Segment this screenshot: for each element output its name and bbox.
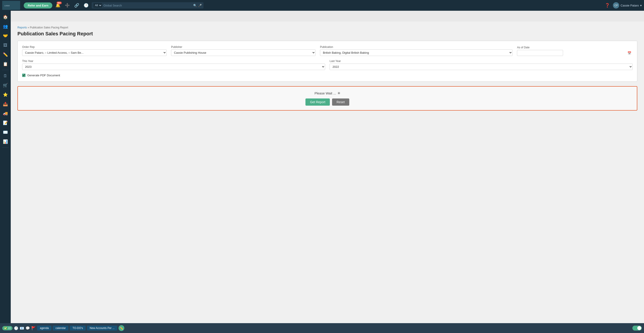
sidebar-item-edit[interactable]: ✏️ [1, 50, 10, 59]
help-icon[interactable]: ❓ [604, 2, 611, 9]
sidebar-item-reports[interactable]: 📋 [1, 60, 10, 69]
sidebar-item-contacts[interactable]: 👥 [1, 22, 10, 31]
taskbar-icon-chat[interactable]: 💬 [26, 326, 30, 330]
notifications-icon[interactable]: 🔔 99+ [54, 2, 62, 9]
notification-badge: 99+ [56, 2, 62, 4]
app-logo [2, 1, 20, 10]
breadcrumb-separator: » [28, 26, 30, 29]
chevron-down-icon: ▾ [640, 4, 642, 7]
as-of-date-group: As of Date 01/23/2023 📅 [517, 46, 632, 56]
main-content: Reports » Publication Sales Pacing Repor… [11, 22, 644, 326]
order-rep-label: Order Rep [22, 46, 166, 49]
filter-row-1: Order Rep Cassie Pataro, – Limited Acces… [22, 46, 632, 56]
task-count-icon: ✅ [4, 327, 7, 330]
taskbar-toggle-knob [637, 326, 641, 330]
publisher-select[interactable]: Cassie Publishing House [171, 50, 316, 56]
publisher-label: Publisher [171, 46, 316, 49]
filter-panel: Order Rep Cassie Pataro, – Limited Acces… [18, 41, 637, 82]
sidebar-item-media[interactable]: 🖼 [1, 41, 10, 50]
this-year-label: This Year [22, 60, 325, 63]
search-filter-select[interactable]: All [94, 3, 102, 8]
taskbar-toggle[interactable] [632, 325, 642, 330]
top-navigation: Refer and Earn 🔔 99+ ➕ 🔗 🕐 All 🔍 🎤 ❓ CP … [0, 0, 644, 11]
spinner-icon: ✳ [338, 91, 340, 95]
publication-select[interactable]: British Baking, Digital British Baking [320, 50, 512, 56]
taskbar-edit-icon[interactable]: ✏️ [118, 325, 124, 331]
generate-pdf-row: Generate PDF Document [22, 74, 632, 77]
filter-row-2: This Year 2023 2022 2021 2020 Last Year … [22, 60, 632, 70]
last-year-select[interactable]: 2022 2021 2020 2019 [330, 64, 632, 70]
breadcrumb-current: Publication Sales Pacing Report [30, 26, 68, 29]
refer-earn-button[interactable]: Refer and Earn [24, 3, 52, 9]
search-icon: 🔍 [193, 4, 197, 7]
as-of-date-input[interactable]: 01/23/2023 [517, 50, 563, 56]
as-of-date-label: As of Date [517, 46, 632, 49]
publisher-group: Publisher Cassie Publishing House [171, 46, 316, 56]
mic-icon: 🎤 [198, 4, 202, 7]
global-search-input[interactable] [103, 4, 192, 7]
publication-label: Publication [320, 46, 512, 49]
this-year-group: This Year 2023 2022 2021 2020 [22, 60, 325, 70]
breadcrumb-reports-link[interactable]: Reports [18, 26, 27, 29]
sidebar-item-email[interactable]: ✉️ [1, 128, 10, 137]
user-name: Cassie Pataro [620, 4, 639, 7]
task-count: 22 [8, 327, 11, 329]
taskbar: ✅ 22 🕐 📧 💬 🚩 agenda calendar TO-DO's New… [0, 323, 644, 333]
nav-right-area: ❓ CP Cassie Pataro ▾ [604, 2, 642, 9]
taskbar-tab-new-accounts[interactable]: New Accounts Per ... [87, 325, 117, 330]
last-year-group: Last Year 2022 2021 2020 2019 [330, 60, 632, 70]
order-rep-select[interactable]: Cassie Pataro, – Limited Access, – Sam B… [22, 50, 166, 56]
task-count-badge[interactable]: ✅ 22 [2, 326, 12, 330]
date-wrapper: 01/23/2023 📅 [517, 50, 632, 56]
sidebar-item-home[interactable]: 🏠 [1, 13, 10, 22]
order-rep-group: Order Rep Cassie Pataro, – Limited Acces… [22, 46, 166, 56]
please-wait-label: Please Wait ... [314, 91, 336, 95]
sidebar-item-deals[interactable]: 🤝 [1, 31, 10, 40]
sidebar-item-calendar[interactable]: 🗓 [1, 71, 10, 80]
last-year-label: Last Year [330, 60, 632, 63]
reset-button[interactable]: Reset [332, 99, 349, 106]
sidebar-item-notes[interactable]: 📝 [1, 118, 10, 127]
taskbar-tab-todos[interactable]: TO-DO's [70, 325, 86, 330]
action-panel: Please Wait ... ✳ Get Report Reset [18, 86, 637, 111]
this-year-select[interactable]: 2023 2022 2021 2020 [22, 64, 325, 70]
user-menu[interactable]: CP Cassie Pataro ▾ [613, 2, 642, 9]
publication-group: Publication British Baking, Digital Brit… [320, 46, 512, 56]
sidebar-item-orders[interactable]: 🛒 [1, 81, 10, 90]
taskbar-icon-flag[interactable]: 🚩 [31, 326, 36, 330]
global-search-area: All 🔍 🎤 [92, 2, 204, 9]
action-buttons: Get Report Reset [306, 99, 349, 106]
sidebar-item-favorites[interactable]: ⭐ [1, 90, 10, 99]
taskbar-tab-calendar[interactable]: calendar [53, 325, 68, 330]
avatar: CP [613, 2, 619, 9]
sidebar-item-analytics[interactable]: 📊 [1, 137, 10, 146]
clock-icon[interactable]: 🕐 [82, 2, 90, 9]
taskbar-icon-clock[interactable]: 🕐 [14, 326, 18, 330]
page-title: Publication Sales Pacing Report [18, 31, 637, 37]
calendar-icon[interactable]: 📅 [628, 51, 631, 55]
sidebar-item-export[interactable]: 📤 [1, 100, 10, 109]
sidebar-divider-2 [2, 147, 9, 148]
sidebar-divider [2, 70, 9, 70]
taskbar-icon-gmail[interactable]: 📧 [20, 326, 24, 330]
add-icon[interactable]: ➕ [64, 2, 71, 9]
generate-pdf-checkbox[interactable] [22, 74, 26, 77]
breadcrumb: Reports » Publication Sales Pacing Repor… [18, 26, 637, 29]
please-wait-text: Please Wait ... ✳ [314, 91, 340, 95]
taskbar-tab-agenda[interactable]: agenda [37, 325, 52, 330]
sidebar: 🏠 👥 🤝 🖼 ✏️ 📋 🗓 🛒 ⭐ 📤 🚚 📝 ✉️ 📊 ⚙️ [0, 11, 11, 333]
sidebar-item-delivery[interactable]: 🚚 [1, 109, 10, 118]
generate-pdf-label: Generate PDF Document [27, 74, 60, 77]
link-icon[interactable]: 🔗 [73, 2, 80, 9]
get-report-button[interactable]: Get Report [306, 99, 330, 106]
